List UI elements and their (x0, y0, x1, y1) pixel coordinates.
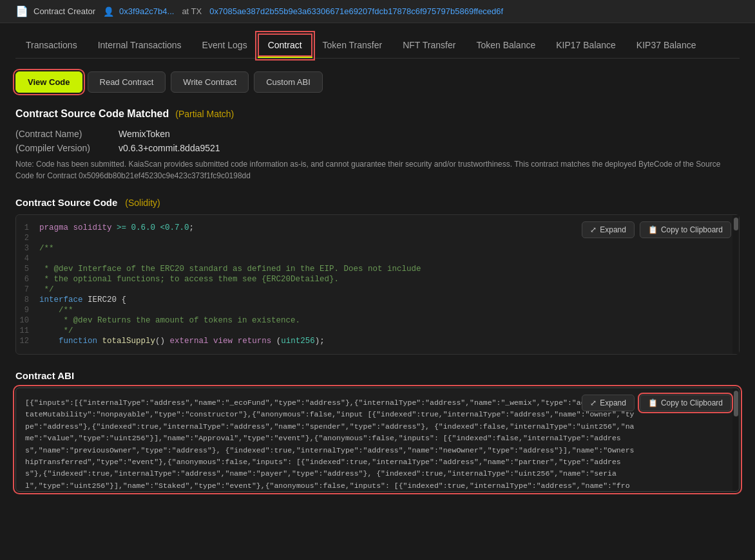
abi-scrollbar-thumb (734, 391, 738, 416)
write-contract-button[interactable]: Write Contract (171, 71, 249, 93)
abi-copy-button[interactable]: 📋 Copy to Clipboard (640, 395, 731, 411)
contract-name-label: (Contract Name) (15, 129, 106, 139)
top-bar: 📄 Contract Creator 👤 0x3f9a2c7b4... at T… (0, 0, 755, 23)
copy-icon: 📋 (648, 225, 658, 234)
abi-title-row: Contract ABI (15, 370, 740, 381)
source-copy-button[interactable]: 📋 Copy to Clipboard (640, 221, 731, 238)
abi-expand-icon: ⤢ (590, 398, 597, 407)
tab-nft-transfer[interactable]: NFT Transfer (392, 33, 466, 58)
abi-copy-icon: 📋 (648, 398, 658, 407)
abi-actions: ⤢ Expand 📋 Copy to Clipboard (582, 395, 731, 411)
main-content: Transactions Internal Transactions Event… (0, 23, 755, 492)
tab-bar: Transactions Internal Transactions Event… (15, 23, 740, 59)
creator-avatar-icon: 👤 (103, 6, 114, 17)
source-code-block: ⤢ Expand 📋 Copy to Clipboard 1 pragma so… (15, 214, 740, 355)
contract-icon: 📄 (15, 5, 28, 17)
compiler-value: v0.6.3+commit.8dda9521 (119, 143, 220, 153)
contract-source-header: Contract Source Code Matched (Partial Ma… (15, 108, 740, 120)
creator-address[interactable]: 0x3f9a2c7b4... (119, 6, 174, 16)
code-line-12: 12 function totalSupply() external view … (16, 336, 739, 346)
abi-expand-button[interactable]: ⤢ Expand (582, 395, 635, 411)
abi-scrollbar[interactable] (732, 388, 739, 491)
source-code-scrollbar-thumb (734, 218, 738, 230)
tab-token-balance[interactable]: Token Balance (466, 33, 546, 58)
source-code-title: Contract Source Code (15, 197, 117, 208)
code-line-5: 5 * @dev Interface of the ERC20 standard… (16, 264, 739, 274)
tab-token-transfer[interactable]: Token Transfer (312, 33, 393, 58)
tab-kip37-balance[interactable]: KIP37 Balance (626, 33, 707, 58)
compiler-version-row: (Compiler Version) v0.6.3+commit.8dda952… (15, 143, 740, 153)
tab-contract[interactable]: Contract (258, 33, 312, 58)
at-text: at TX (182, 6, 202, 16)
tab-kip17-balance[interactable]: KIP17 Balance (546, 33, 626, 58)
sub-button-bar: View Code Read Contract Write Contract C… (15, 71, 740, 93)
code-line-6: 6 * the optional functions; to access th… (16, 274, 739, 285)
source-code-scrollbar[interactable] (732, 215, 739, 354)
view-code-button[interactable]: View Code (15, 71, 82, 93)
partial-match-badge: (Partial Match) (175, 109, 234, 119)
contract-info-section: Contract Source Code Matched (Partial Ma… (15, 108, 740, 182)
code-line-10: 10 * @dev Returns the amount of tokens i… (16, 315, 739, 326)
contract-name-row: (Contract Name) WemixToken (15, 129, 740, 139)
custom-abi-button[interactable]: Custom ABI (254, 71, 323, 93)
code-line-8: 8 interface IERC20 { (16, 295, 739, 305)
contract-name-value: WemixToken (119, 129, 170, 139)
abi-block: ⤢ Expand 📋 Copy to Clipboard [{"inputs":… (15, 387, 740, 492)
code-line-9: 9 /** (16, 305, 739, 315)
source-code-subtitle: (Solidity) (125, 198, 160, 208)
contract-note: Note: Code has been submitted. KaiaScan … (15, 158, 740, 182)
code-line-11: 11 */ (16, 326, 739, 336)
tab-transactions[interactable]: Transactions (15, 33, 88, 58)
code-line-7: 7 */ (16, 285, 739, 295)
code-line-3: 3 /** (16, 243, 739, 254)
abi-title: Contract ABI (15, 370, 74, 381)
tx-hash[interactable]: 0x7085ae387d2b55b9e3a63306671e69207fdcb1… (209, 6, 503, 16)
tab-internal-transactions[interactable]: Internal Transactions (88, 33, 192, 58)
source-code-actions: ⤢ Expand 📋 Copy to Clipboard (582, 221, 731, 238)
contract-creator-label: Contract Creator (33, 6, 95, 16)
source-code-title-row: Contract Source Code (Solidity) (15, 197, 740, 208)
contract-source-title: Contract Source Code Matched (15, 108, 169, 120)
code-line-4: 4 (16, 254, 739, 264)
tab-event-logs[interactable]: Event Logs (192, 33, 258, 58)
compiler-label: (Compiler Version) (15, 143, 106, 153)
expand-icon: ⤢ (590, 225, 597, 234)
read-contract-button[interactable]: Read Contract (88, 71, 166, 93)
source-expand-button[interactable]: ⤢ Expand (582, 221, 635, 238)
